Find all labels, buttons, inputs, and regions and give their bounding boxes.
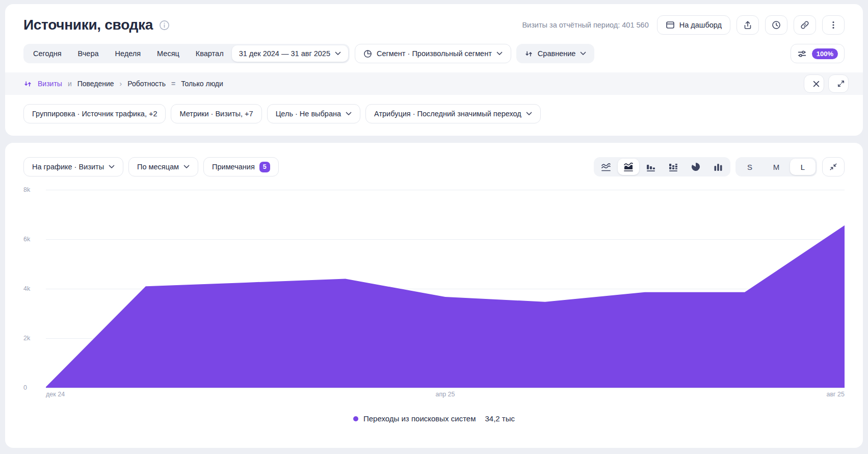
compare-icon	[524, 49, 533, 58]
x-axis: дек 24 апр 25 авг 25	[46, 391, 845, 401]
collapse-chart-button[interactable]	[822, 157, 845, 176]
segment-selector[interactable]: Сегмент · Произвольный сегмент	[355, 44, 511, 63]
attribution-selector[interactable]: Атрибуция · Последний значимый переход	[365, 104, 541, 123]
header-row: Источники, сводка Визиты за отчётный пер…	[5, 4, 863, 44]
close-icon	[812, 80, 820, 88]
filter-group[interactable]: Поведение	[77, 80, 114, 88]
column-chart-icon[interactable]	[707, 159, 729, 175]
info-icon[interactable]	[159, 20, 170, 31]
expand-filter-button[interactable]	[828, 74, 849, 93]
chevron-down-icon	[183, 165, 190, 169]
area-chart: 8k 6k 4k 2k 0 дек 24 апр 25 авг 25	[5, 190, 863, 401]
filter-operator: =	[171, 80, 175, 88]
x-axis-tick: апр 25	[435, 391, 455, 398]
share-icon	[743, 20, 752, 30]
y-axis-tick: 6k	[23, 236, 42, 243]
grouping-selector[interactable]: Группировка · Источник трафика, +2	[23, 104, 166, 123]
report-header-card: Источники, сводка Визиты за отчётный пер…	[5, 4, 863, 136]
copy-link-button[interactable]	[794, 15, 816, 35]
y-axis-tick: 0	[23, 384, 42, 391]
tab-month[interactable]: Месяц	[149, 45, 188, 62]
compare-icon	[23, 80, 32, 88]
x-axis-tick: авг 25	[826, 391, 845, 398]
y-axis-tick: 2k	[23, 335, 42, 342]
chevron-down-icon	[580, 52, 586, 56]
pie-chart-icon[interactable]	[685, 159, 706, 175]
tab-yesterday[interactable]: Вчера	[70, 45, 107, 62]
chart-card: На графике · Визиты По месяцам Примечани…	[5, 143, 863, 448]
remove-filter-button[interactable]	[804, 74, 824, 93]
more-menu-button[interactable]	[822, 15, 845, 35]
period-toolbar: Сегодня Вчера Неделя Месяц Квартал 31 де…	[5, 44, 863, 72]
filter-metric[interactable]: Визиты	[38, 80, 62, 88]
sliders-icon	[797, 49, 807, 59]
chart-size-switcher: S M L	[735, 157, 817, 176]
filter-value[interactable]: Только люди	[181, 80, 223, 88]
legend-series-name: Переходы из поисковых систем	[363, 414, 476, 423]
segment-filter-band: Визиты и Поведение › Роботность = Только…	[5, 72, 863, 95]
query-settings-row: Группировка · Источник трафика, +2 Метри…	[5, 95, 863, 136]
chart-type-switcher	[594, 157, 730, 176]
size-m-button[interactable]: M	[764, 159, 789, 175]
page-title: Источники, сводка	[23, 17, 153, 33]
sampling-control[interactable]: 100%	[791, 44, 845, 63]
period-tab-group: Сегодня Вчера Неделя Месяц Квартал 31 де…	[23, 44, 350, 63]
bar-chart-icon[interactable]	[640, 159, 662, 175]
filter-conjunction: и	[68, 80, 72, 88]
chart-legend[interactable]: Переходы из поисковых систем 34,2 тыс	[5, 414, 863, 423]
dashboard-icon	[666, 20, 675, 30]
y-axis-tick: 8k	[23, 186, 42, 193]
sampling-badge: 100%	[812, 48, 838, 59]
filter-attribute[interactable]: Роботность	[127, 80, 166, 88]
link-icon	[800, 20, 809, 30]
area-chart-icon[interactable]	[618, 159, 639, 175]
notes-button[interactable]: Примечания 5	[203, 157, 279, 176]
chevron-down-icon	[346, 112, 352, 116]
compare-selector[interactable]: Сравнение	[516, 44, 595, 63]
area-series	[46, 190, 845, 388]
expand-icon	[837, 80, 845, 88]
chevron-down-icon	[335, 52, 341, 56]
visits-summary: Визиты за отчётный период: 401 560	[522, 21, 648, 29]
granularity-selector[interactable]: По месяцам	[128, 157, 198, 176]
segment-pie-icon	[363, 49, 372, 58]
legend-series-total: 34,2 тыс	[485, 414, 515, 423]
date-range-selector[interactable]: 31 дек 2024 — 31 авг 2025	[232, 45, 348, 62]
goal-selector[interactable]: Цель · Не выбрана	[267, 104, 360, 123]
history-button[interactable]	[765, 15, 787, 35]
on-chart-selector[interactable]: На графике · Визиты	[23, 157, 123, 176]
dashboard-button[interactable]: На дашборд	[657, 15, 730, 35]
gridline-zero: 0	[46, 388, 845, 388]
chevron-down-icon	[496, 52, 503, 56]
legend-dot	[353, 416, 358, 421]
notes-count-badge: 5	[259, 162, 270, 172]
filter-chevron: ›	[120, 80, 122, 88]
chart-controls-row: На графике · Визиты По месяцам Примечани…	[5, 157, 863, 176]
size-s-button[interactable]: S	[737, 159, 762, 175]
tab-today[interactable]: Сегодня	[25, 45, 70, 62]
share-button[interactable]	[737, 15, 759, 35]
chevron-down-icon	[526, 112, 532, 116]
collapse-icon	[829, 163, 837, 171]
kebab-menu-icon	[829, 20, 838, 30]
tab-quarter[interactable]: Квартал	[188, 45, 232, 62]
metrics-selector[interactable]: Метрики · Визиты, +7	[171, 104, 261, 123]
stacked-bar-chart-icon[interactable]	[663, 159, 684, 175]
line-chart-icon[interactable]	[595, 159, 617, 175]
size-l-button[interactable]: L	[790, 159, 816, 175]
y-axis-tick: 4k	[23, 285, 42, 292]
tab-week[interactable]: Неделя	[107, 45, 149, 62]
chart-plot-area[interactable]: 8k 6k 4k 2k 0	[46, 190, 845, 388]
x-axis-tick: дек 24	[46, 391, 65, 398]
clock-icon	[772, 20, 781, 30]
chevron-down-icon	[109, 165, 115, 169]
